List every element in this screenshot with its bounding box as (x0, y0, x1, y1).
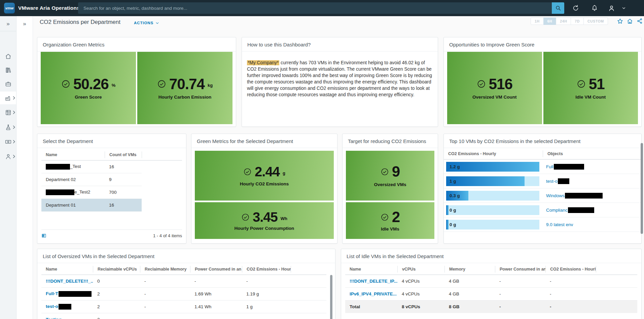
sidebar-item-cost[interactable] (0, 135, 16, 148)
dashboard-home-icon[interactable] (627, 18, 633, 25)
vm-row[interactable]: Testing 2- -- (41, 313, 326, 319)
department-row[interactable]: e_Test2 700 (41, 186, 142, 199)
column-header-objects[interactable]: Objects (543, 150, 641, 157)
user-menu-chevron-icon[interactable] (622, 6, 626, 10)
column-header-co2-hourly[interactable]: CO2 Emissions - Hourly (444, 150, 543, 157)
vm-name-link[interactable]: IPv6_IPV4_PRIVATE... (345, 291, 397, 296)
bar-track: 0 g (446, 205, 539, 215)
card-title: Top 10 VMs by CO2 Emissions in the selec… (444, 134, 641, 148)
actions-label: ACTIONS (134, 21, 153, 25)
tile-idle-vm-count[interactable]: 51 Idle VM Count (543, 52, 638, 124)
column-header-empty (291, 266, 326, 273)
vm-name-link[interactable]: Testing (41, 317, 93, 319)
vm-name-link[interactable]: !!!DONT_DELETE!!!_... (41, 279, 93, 284)
bar-chart-row: 1.2 g Full (444, 160, 641, 174)
column-header-vcpus[interactable]: vCPUs (397, 266, 444, 273)
time-range-7d[interactable]: 7D (571, 17, 584, 25)
page-scrollbar[interactable] (641, 143, 643, 234)
object-link[interactable]: test-o (543, 178, 641, 184)
tile-oversized-vm-count[interactable]: 516 Oversized VM Count (447, 52, 542, 124)
tile-oversized-vms[interactable]: 9 Oversized VMs (346, 151, 434, 201)
column-header-co2-hourly[interactable]: CO2 Emissions - Hourly (242, 266, 291, 273)
time-range-6h[interactable]: 6H (543, 17, 557, 25)
money-bill-icon (5, 138, 12, 145)
column-header-reclaimable-vcpus[interactable]: Reclaimable vCPUs (93, 266, 140, 273)
sidebar-item-home[interactable] (0, 50, 16, 63)
tile-hourly-carbon-emission[interactable]: 70.74 kg Hourly Carbon Emission (137, 52, 232, 124)
tile-idle-vms[interactable]: 2 Idle VMs (346, 202, 434, 239)
column-header-power-consumed[interactable]: Power Consumed in an H... (190, 266, 242, 273)
tile-hourly-co2-emissions[interactable]: 2.44 g Hourly CO2 Emissions (195, 151, 334, 201)
topbar: vmw VMware Aria Operations (0, 0, 644, 16)
chevron-right-icon (12, 96, 15, 100)
bar-fill (446, 162, 539, 172)
tile-green-score[interactable]: 50.26 % Green Score (41, 52, 136, 124)
vm-name-link[interactable]: test-o (46, 304, 58, 309)
vm-row[interactable]: !!!DONT_DELETE_IP... 4 vCPUs4 GB -- (345, 275, 637, 288)
card-organization-green-metrics: Organization Green Metrics 50.26 % Green… (37, 37, 236, 127)
share-icon[interactable] (637, 18, 643, 24)
card-title: List of Idle VMs in the Selected Departm… (341, 249, 641, 263)
redaction-box (59, 304, 71, 310)
column-header-memory[interactable]: Memory (444, 266, 495, 273)
department-row-selected[interactable]: Department 01 16 (41, 199, 142, 212)
column-settings-icon[interactable] (41, 233, 46, 238)
person-icon (5, 153, 12, 160)
expand-sidebar-button[interactable]: » (0, 16, 16, 31)
bar-chart-row: 0.3 g Windows (444, 188, 641, 203)
vm-row[interactable]: Full-T 2- 1.69 Wh1.19 g (41, 288, 326, 300)
sidebar-item-toolbox[interactable] (0, 77, 16, 90)
time-range-selector: 1H 6H 24H 7D CUSTOM (531, 17, 608, 25)
column-header-name[interactable]: Name (41, 151, 105, 158)
column-header-reclaimable-memory[interactable]: Reclaimable Memory (140, 266, 190, 273)
vm-row[interactable]: !!!DONT_DELETE!!!_... 0- -- (41, 275, 326, 288)
column-header-co2-hourly[interactable]: CO2 Emissions - Hourly (545, 266, 596, 273)
time-range-custom[interactable]: CUSTOM (583, 17, 608, 25)
metric-label: Idle VMs (381, 226, 399, 232)
object-link[interactable]: 9.0 latest env (543, 222, 641, 227)
object-link[interactable]: Complianc (543, 207, 641, 213)
sidebar-item-automation[interactable] (0, 150, 16, 163)
total-label: Total (345, 304, 397, 309)
sidebar-item-plan[interactable] (0, 121, 16, 134)
vm-row[interactable]: IPv6_IPV4_PRIVATE... 4 vCPUs4 GB -- (345, 288, 637, 300)
sidebar-item-reports[interactable] (0, 106, 16, 119)
notifications-bell-icon[interactable] (591, 4, 598, 12)
refresh-icon[interactable] (572, 4, 579, 12)
briefcase-icon (5, 80, 12, 87)
search-input[interactable] (78, 2, 552, 14)
green-metric-tiles: 2.44 g Hourly CO2 Emissions 3.45 Wh Hour… (195, 151, 334, 239)
card-title: Opportunities to Improve Green Score (444, 37, 641, 51)
vmware-logo[interactable]: vmw (4, 3, 15, 13)
column-header-count-of-vms[interactable]: Count of VMs (105, 151, 142, 158)
card-idle-vms-list: List of Idle VMs in the Selected Departm… (341, 249, 642, 319)
redaction-box (46, 189, 74, 195)
tile-hourly-power-consumption[interactable]: 3.45 Wh Hourly Power Consumption (195, 202, 334, 239)
expand-panel-button[interactable]: » (16, 21, 33, 27)
top10-table-header: CO2 Emissions - Hourly Objects (444, 148, 641, 160)
vm-count: 700 (105, 190, 142, 195)
chevron-right-icon (12, 140, 15, 144)
vm-row[interactable]: test-o 2- 1.41 Wh1 g (41, 300, 326, 313)
column-header-name[interactable]: Name (41, 266, 93, 273)
department-row[interactable]: Department 02 9 (41, 173, 142, 186)
time-range-1h[interactable]: 1H (531, 17, 544, 25)
department-row[interactable]: _Test 16 (41, 161, 142, 173)
time-range-24h[interactable]: 24H (556, 17, 571, 25)
column-header-power-consumed[interactable]: Power Consumed in an H... (495, 266, 545, 273)
bar-track: 1.2 g (446, 162, 539, 172)
search-button[interactable] (552, 2, 564, 14)
highlighted-company-name: *My Company* (247, 60, 279, 65)
card-title: List of Oversized VMs in the Selected De… (37, 249, 335, 263)
object-link[interactable]: Windows (543, 193, 641, 199)
vm-name-link[interactable]: Full-T (46, 291, 58, 296)
vm-name-link[interactable]: !!!DONT_DELETE_IP... (345, 279, 397, 284)
table-scrollbar[interactable] (330, 275, 332, 319)
favorite-star-icon[interactable] (617, 18, 623, 25)
sidebar-item-library[interactable] (0, 64, 16, 76)
sidebar-item-environment[interactable] (0, 92, 16, 104)
column-header-name[interactable]: Name (345, 266, 397, 273)
user-menu-icon[interactable] (608, 4, 615, 12)
actions-dropdown-button[interactable]: ACTIONS (134, 21, 159, 25)
object-link[interactable]: Full (543, 164, 641, 170)
